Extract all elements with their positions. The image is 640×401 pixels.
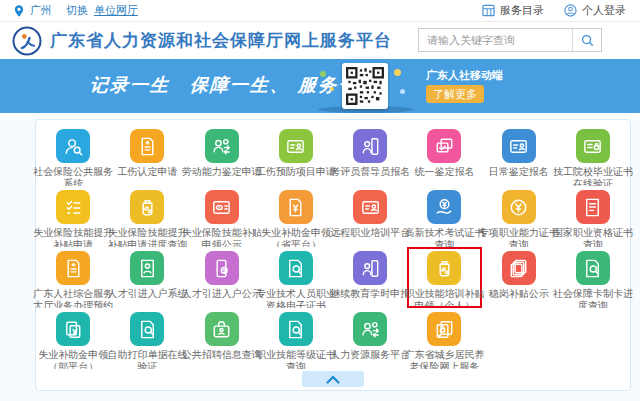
grid-item[interactable]: 技工院校毕业证书在线验证 [556,125,630,186]
card-eye-icon [205,190,239,224]
doc-search-icon [279,312,313,346]
search-button[interactable] [572,29,601,51]
collapse-button[interactable] [302,371,364,387]
id-card-icon [502,129,536,163]
people-arrows-icon [353,312,387,346]
site-header: 广东省人力资源和社会保障厅网上服务平台 [0,22,640,59]
grid-item[interactable]: 职业技能培训补贴申领（个人） [407,247,481,308]
grid-item[interactable]: 工伤预防项目申请 [259,125,333,186]
grid-item[interactable]: 失业保险技能提升补贴申请进度查询 [110,186,184,247]
docs-stack-icon [502,251,536,285]
search-input[interactable] [419,29,572,51]
jar-pills-icon [130,190,164,224]
grid-item[interactable]: 考评员督导员报名 [333,125,407,186]
main-area: 社会保险公共服务系统工伤认定申请劳动能力鉴定申请工伤预防项目申请考评员督导员报名… [0,119,640,401]
qr-code [342,63,388,109]
site-logo-icon [12,26,42,56]
grid-item-label: 职业技能培训补贴申领（个人） [400,288,488,306]
banner-slogan: 记录一生 保障一生、 服务一生 [89,73,379,97]
grid-item[interactable]: 远程职业培训平台 [333,186,407,247]
grid-item[interactable]: 职业技能等级证书查询 [259,308,333,369]
photos-check-icon [427,129,461,163]
phone-dollar-icon: $ [205,251,239,285]
learn-more-button[interactable]: 了解更多 [426,85,484,103]
grid-item[interactable]: 失业补助金申领（部平台） [36,308,110,369]
grid-item[interactable]: 稳岗补贴公示 [482,247,556,308]
grid-item[interactable]: 公共招聘信息查询 [185,308,259,369]
person-door-icon [353,129,387,163]
decor-dot [400,89,405,94]
doc-person-icon [130,251,164,285]
card-lock-icon [576,129,610,163]
unit-hall-link[interactable]: 单位网厅 [94,3,138,18]
page-title: 广东省人力资源和社会保障厅网上服务平台 [50,29,392,52]
grid-item-label: 技工院校毕业证书在线验证 [549,166,637,186]
grid-item[interactable]: 失业补助金申领（省平台） [259,186,333,247]
grid-item[interactable]: 专业技术人员职业资格电子证书 [259,247,333,308]
grid-item[interactable]: 广东省城乡居民养老保险网上服务 [407,308,481,369]
doc-list-icon [576,190,610,224]
user-circle-icon [564,4,577,17]
svg-text:$: $ [223,266,227,273]
decor-dot [320,71,326,77]
decor-dot [330,87,334,91]
people-arrows-icon [205,129,239,163]
service-catalog-link[interactable]: 服务目录 [500,3,544,18]
person-door-icon [353,251,387,285]
grid-item[interactable]: 日常鉴定报名 [482,125,556,186]
grid-item[interactable]: 社会保障卡制卡进度查询 [556,247,630,308]
promo-banner: 记录一生 保障一生、 服务一生 广东人社移动端 了解更多 [0,59,640,113]
grid-item[interactable]: 统一鉴定报名 [407,125,481,186]
grid-item[interactable]: 失业保险技能补贴申领公示 [185,186,259,247]
grid-item[interactable]: 人力资源服务平台 [333,308,407,369]
doc-search-icon [576,251,610,285]
jar-pills-icon [427,251,461,285]
grid-item[interactable]: 劳动能力鉴定申请 [185,125,259,186]
doc-plus-icon [56,251,90,285]
doc-search-icon [279,251,313,285]
id-card-icon [353,190,387,224]
grid-item[interactable]: 工伤认定申请 [110,125,184,186]
grid-item[interactable]: 广东人社综合服务大厅业务办理预约取号 [36,247,110,308]
grid-item[interactable]: 自助打印单据在线验证 [110,308,184,369]
grid-item[interactable]: 失业保险技能提升补贴申请 [36,186,110,247]
switch-city-link[interactable]: 切换 [66,3,88,18]
chevron-up-icon [326,375,340,384]
bag-person-icon [205,312,239,346]
doc-plus-icon [130,129,164,163]
mobile-app-label: 广东人社移动端 [426,68,503,83]
person-search-icon [56,129,90,163]
checklist-icon [56,190,90,224]
personal-login-link[interactable]: 个人登录 [582,3,626,18]
grid-item[interactable]: 国家职业资格证书查询 [556,186,630,247]
yen-circle-icon [502,190,536,224]
city-label[interactable]: 广州 [30,3,52,18]
grid-item[interactable]: 高新技术考试证书查询 [407,186,481,247]
grid-item-label: 广东省城乡居民养老保险网上服务 [400,349,488,369]
grid-item[interactable]: 专项职业能力证书查询 [482,186,556,247]
services-panel: 社会保险公共服务系统工伤认定申请劳动能力鉴定申请工伤预防项目申请考评员督导员报名… [35,119,631,391]
location-pin-icon [14,5,24,17]
id-card-icon [279,129,313,163]
grid-item[interactable]: 继续教育学时申报 [333,247,407,308]
docs-lock-icon [427,312,461,346]
decor-dot [394,69,401,76]
doc-search-icon [130,312,164,346]
grid-item[interactable]: 人才引进入户系统 [110,247,184,308]
search-icon [581,34,594,47]
doc-yen-icon [279,190,313,224]
grid-item[interactable]: $人才引进入户公示 [185,247,259,308]
topbar: 广州 切换 单位网厅 服务目录 个人登录 [0,0,640,22]
grid-item-label: 社会保障卡制卡进度查询 [549,288,637,308]
docs-yen-icon [56,312,90,346]
catalog-icon [482,4,495,17]
grid-item-label: 国家职业资格证书查询 [549,227,637,247]
hand-yen-icon [427,190,461,224]
grid-item[interactable]: 社会保险公共服务系统 [36,125,110,186]
service-grid: 社会保险公共服务系统工伤认定申请劳动能力鉴定申请工伤预防项目申请考评员督导员报名… [36,125,630,369]
search-box [418,28,602,52]
